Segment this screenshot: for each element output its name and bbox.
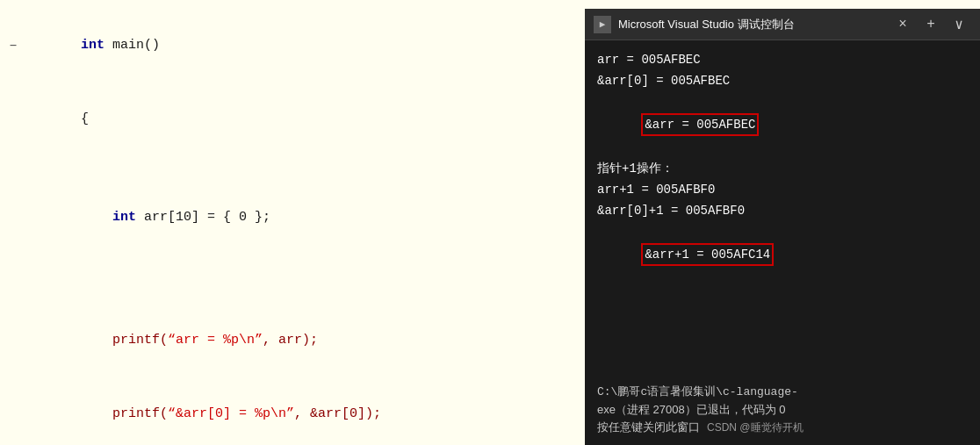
- code-text: main(): [104, 38, 160, 53]
- code-text: [81, 210, 112, 225]
- console-title: Microsoft Visual Studio 调试控制台: [618, 17, 887, 32]
- line-indicator: [0, 156, 26, 181]
- line-indicator: [0, 255, 26, 279]
- code-line-1: – int main(): [0, 9, 585, 83]
- line-indicator: [0, 377, 26, 445]
- plus-button[interactable]: +: [919, 12, 943, 37]
- console-titlebar: ▶ Microsoft Visual Studio 调试控制台 × + ∨: [585, 9, 980, 40]
- code-string: “&arr[0] = %p\n”: [168, 406, 294, 421]
- line-content: [26, 255, 585, 279]
- output-line-7: &arr+1 = 005AFC14: [597, 221, 968, 288]
- close-button[interactable]: ×: [890, 12, 915, 37]
- code-line-8: printf(“&arr[0] = %p\n”, &arr[0]);: [0, 377, 585, 445]
- console-app-icon: ▶: [594, 16, 611, 33]
- highlighted-output-arr: &arr = 005AFBEC: [641, 113, 759, 136]
- code-line-2: {: [0, 83, 585, 156]
- code-line-6: [0, 279, 585, 304]
- console-panel: ▶ Microsoft Visual Studio 调试控制台 × + ∨ ar…: [585, 9, 980, 445]
- line-content: int arr[10] = { 0 };: [26, 181, 585, 255]
- line-content: [26, 156, 585, 181]
- line-indicator: –: [0, 9, 26, 83]
- output-line-1: arr = 005AFBEC: [597, 49, 968, 70]
- code-editor: – int main() { int arr[10] = { 0 }; p: [0, 0, 585, 445]
- line-indicator: [0, 181, 26, 255]
- output-line-3: &arr = 005AFBEC: [597, 91, 968, 158]
- code-line-3: [0, 156, 585, 181]
- console-footer: C:\鹏哥c语言暑假集训\c-language- exe（进程 27008）已退…: [585, 378, 980, 445]
- code-text: {: [81, 111, 89, 126]
- code-text: , arr);: [263, 333, 318, 348]
- chevron-button[interactable]: ∨: [947, 12, 971, 37]
- code-line-7: printf(“arr = %p\n”, arr);: [0, 304, 585, 377]
- footer-line-2: exe（进程 27008）已退出，代码为 0: [597, 401, 968, 419]
- code-string: “arr = %p\n”: [168, 333, 263, 348]
- keyword-int: int: [112, 210, 136, 225]
- code-text: , &arr[0]);: [294, 406, 381, 421]
- line-indicator: [0, 83, 26, 156]
- footer-line-1: C:\鹏哥c语言暑假集训\c-language-: [597, 384, 968, 401]
- output-line-2: &arr[0] = 005AFBEC: [597, 70, 968, 91]
- footer-close-hint: 按任意键关闭此窗口: [597, 419, 700, 436]
- line-content: printf(“&arr[0] = %p\n”, &arr[0]);: [26, 377, 585, 445]
- keyword-int: int: [81, 38, 104, 53]
- line-content: {: [26, 83, 585, 156]
- highlighted-output-arr-plus1: &arr+1 = 005AFC14: [641, 243, 774, 266]
- line-indicator: [0, 304, 26, 377]
- code-text: printf(: [81, 333, 168, 348]
- console-output: arr = 005AFBEC &arr[0] = 005AFBEC &arr =…: [585, 40, 980, 378]
- watermark: CSDN @睡觉待开机: [707, 419, 803, 436]
- output-line-5: arr+1 = 005AFBF0: [597, 179, 968, 200]
- code-text: printf(: [81, 406, 168, 421]
- line-content: [26, 279, 585, 304]
- output-line-6: &arr[0]+1 = 005AFBF0: [597, 200, 968, 221]
- line-indicator: [0, 279, 26, 304]
- line-content: int main(): [26, 9, 585, 83]
- code-text: arr[10] = { 0 };: [136, 210, 270, 225]
- code-line-4: int arr[10] = { 0 };: [0, 181, 585, 255]
- code-line-5: [0, 255, 585, 279]
- footer-line-3: 按任意键关闭此窗口 CSDN @睡觉待开机: [597, 419, 968, 436]
- output-line-4: 指针+1操作：: [597, 158, 968, 179]
- line-content: printf(“arr = %p\n”, arr);: [26, 304, 585, 377]
